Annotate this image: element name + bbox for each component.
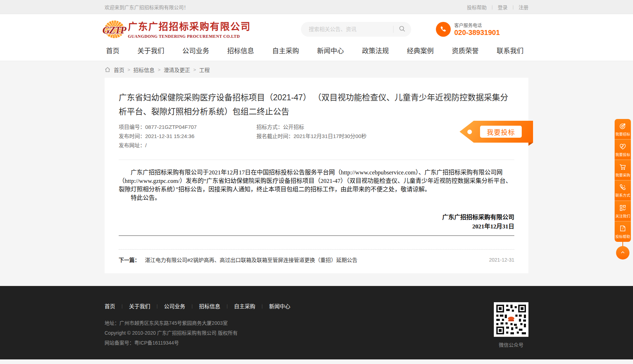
- article-body: 广东广招招标采购有限公司于2021年12月17日在中国招标投标公告服务平台网（h…: [119, 168, 514, 202]
- crumb-separator: >: [128, 67, 130, 72]
- home-icon: [105, 67, 111, 73]
- wechat-qr-code: [494, 302, 528, 337]
- divider: [119, 235, 514, 236]
- logo-sun-icon: GZTP: [105, 20, 124, 38]
- footer-link-business[interactable]: 公司业务: [164, 302, 185, 310]
- topbar-link-register[interactable]: 注册: [519, 4, 528, 11]
- next-article-date: 2021-12-31: [489, 257, 514, 263]
- help-doc-icon: ?: [619, 225, 627, 234]
- nav-item-cases[interactable]: 经典案例: [407, 46, 434, 61]
- bid-button[interactable]: 我要投标: [480, 126, 522, 138]
- announcement-paragraph: 广东广招招标采购有限公司于2021年12月17日在中国招标投标公告服务平台网（h…: [119, 168, 514, 194]
- deadline-value: 2021年12月31日17时30分00秒: [294, 133, 367, 139]
- next-article-row: 下一篇： 湛江电力有限公司#2锅炉高再、高过出口联箱及联箱至管屏连接管道更换（重…: [119, 250, 514, 263]
- divider: |: [513, 5, 514, 10]
- divider: [119, 160, 514, 160]
- article-title: 广东省妇幼保健院采购医疗设备招标项目（2021-47） （双目视功能检查仪、儿童…: [119, 90, 514, 119]
- divider: [393, 26, 394, 33]
- topbar-link-login[interactable]: 登录: [498, 4, 508, 11]
- publish-site-value: /: [145, 142, 147, 148]
- footer-link-tender-info[interactable]: 招标信息: [199, 302, 220, 310]
- publish-time-value: 2021-12-31 15:24:36: [145, 133, 194, 139]
- nav-item-tender-info[interactable]: 招标信息: [227, 46, 254, 61]
- topbar: 欢迎来到广东广招招标采购有限公司！ 投标帮助 | 登录 | 注册: [0, 0, 633, 14]
- crumb-home[interactable]: 首页: [114, 66, 124, 73]
- float-item-bid-help[interactable]: ? 投标帮助: [615, 221, 631, 242]
- next-article-label: 下一篇：: [119, 256, 140, 263]
- nav-item-policy[interactable]: 政策法规: [362, 46, 389, 61]
- float-item-i-want-to-purchase[interactable]: 我要采购: [615, 160, 631, 180]
- service-phone-label: 客户服务电话: [454, 22, 500, 28]
- crumb-separator: >: [193, 67, 196, 72]
- divider: |: [122, 304, 123, 309]
- topbar-link-bid-help[interactable]: 投标帮助: [467, 4, 487, 11]
- search-button[interactable]: [398, 25, 406, 33]
- divider: |: [191, 304, 193, 309]
- phone-icon: [619, 184, 626, 192]
- qr-grid-icon: [619, 204, 627, 213]
- search-icon: [398, 25, 406, 33]
- divider: |: [262, 304, 263, 309]
- qr-caption: 微信公众号: [494, 341, 528, 348]
- divider: [622, 242, 623, 246]
- service-phone-block: 客户服务电话 020-38931901: [436, 22, 500, 37]
- bid-ribbon[interactable]: 我要投标: [460, 121, 533, 143]
- ribbon-dot: [467, 130, 472, 134]
- site-logo[interactable]: GZTP 广东广招招标采购有限公司 GUANGDONG TENDERING PR…: [105, 19, 251, 39]
- cart-icon: [619, 163, 627, 172]
- article-card: 广东省妇幼保健院采购医疗设备招标项目（2021-47） （双目视功能检查仪、儿童…: [105, 78, 528, 273]
- crumb-separator: >: [158, 67, 161, 72]
- company-name-en: GUANGDONG TENDERING PROCUREMENT CO.LTD: [128, 34, 251, 39]
- crumb-engineering[interactable]: 工程: [199, 66, 210, 73]
- signature-company: 广东广招招标采购有限公司: [119, 213, 514, 222]
- search-input[interactable]: [309, 26, 388, 32]
- signature-block: 广东广招招标采购有限公司 2021年12月31日: [119, 213, 514, 231]
- main-nav: 首页 关于我们 公司业务 招标信息 自主采购 新闻中心 政策法规 经典案例 资质…: [105, 46, 528, 61]
- heart-sign-icon: [619, 143, 627, 152]
- method-value: 公开招标: [283, 124, 304, 130]
- search-box: [301, 22, 411, 37]
- signature-date: 2021年12月31日: [119, 222, 514, 231]
- nav-item-self-procurement[interactable]: 自主采购: [272, 46, 299, 61]
- nav-item-business[interactable]: 公司业务: [182, 46, 209, 61]
- svg-text:?: ?: [622, 227, 623, 231]
- floating-sidebar: 我要招标 我要投标 我要采购: [615, 119, 631, 259]
- nav-item-about[interactable]: 关于我们: [137, 46, 164, 61]
- divider: |: [226, 304, 227, 309]
- company-name-cn: 广东广招招标采购有限公司: [128, 19, 251, 33]
- footer-link-about[interactable]: 关于我们: [129, 302, 150, 310]
- method-label: 招标方式：: [256, 124, 283, 130]
- service-phone-number: 020-38931901: [454, 29, 500, 37]
- topbar-links: 投标帮助 | 登录 | 注册: [467, 4, 528, 11]
- float-item-contact[interactable]: 联系方式: [615, 180, 631, 201]
- target-icon: [619, 122, 627, 131]
- float-item-i-want-to-bid[interactable]: 我要投标: [615, 139, 631, 160]
- divider: |: [156, 304, 158, 309]
- float-item-i-want-to-tender[interactable]: 我要招标: [615, 119, 631, 139]
- project-no-value: 0877-21GZTP04F707: [145, 124, 197, 130]
- article-meta: 项目编号：0877-21GZTP04F707 招标方式：公开招标 发布时间：20…: [119, 123, 514, 150]
- footer-link-self-procurement[interactable]: 自主采购: [234, 302, 255, 310]
- ribbon-fold: [528, 143, 533, 146]
- next-article-link[interactable]: 湛江电力有限公司#2锅炉高再、高过出口联箱及联箱至管屏连接管道更换（重招）延期公…: [145, 256, 357, 263]
- back-to-top-button[interactable]: [616, 246, 629, 259]
- site-footer: 首页 | 关于我们 | 公司业务 | 招标信息 | 自主采购 | 新闻中心 地址…: [0, 286, 633, 359]
- crumb-tender-info[interactable]: 招标信息: [134, 66, 155, 73]
- footer-links: 首页 | 关于我们 | 公司业务 | 招标信息 | 自主采购 | 新闻中心: [105, 302, 290, 310]
- footer-link-home[interactable]: 首页: [105, 302, 115, 310]
- welcome-text: 欢迎来到广东广招招标采购有限公司！: [105, 4, 189, 11]
- footer-copyright: Copyright © 2010-2020 广东广招招标采购有限公司 版权所有: [105, 328, 290, 338]
- announcement-closing: 特此公告。: [119, 194, 514, 202]
- nav-item-contact[interactable]: 联系我们: [497, 46, 523, 61]
- nav-item-home[interactable]: 首页: [106, 46, 119, 61]
- crumb-clarification[interactable]: 澄清及更正: [164, 66, 190, 73]
- footer-link-news[interactable]: 新闻中心: [269, 302, 290, 310]
- nav-item-news[interactable]: 新闻中心: [317, 46, 344, 61]
- nav-item-honors[interactable]: 资质荣誉: [452, 46, 479, 61]
- site-header: GZTP 广东广招招标采购有限公司 GUANGDONG TENDERING PR…: [0, 14, 633, 61]
- phone-icon: [436, 22, 451, 37]
- logo-text: 广东广招招标采购有限公司 GUANGDONG TENDERING PROCURE…: [128, 19, 251, 39]
- deadline-label: 报名截止时间：: [256, 133, 294, 139]
- publish-site-label: 发布网址：: [119, 142, 145, 148]
- float-item-follow-us[interactable]: 关注我们: [615, 201, 631, 221]
